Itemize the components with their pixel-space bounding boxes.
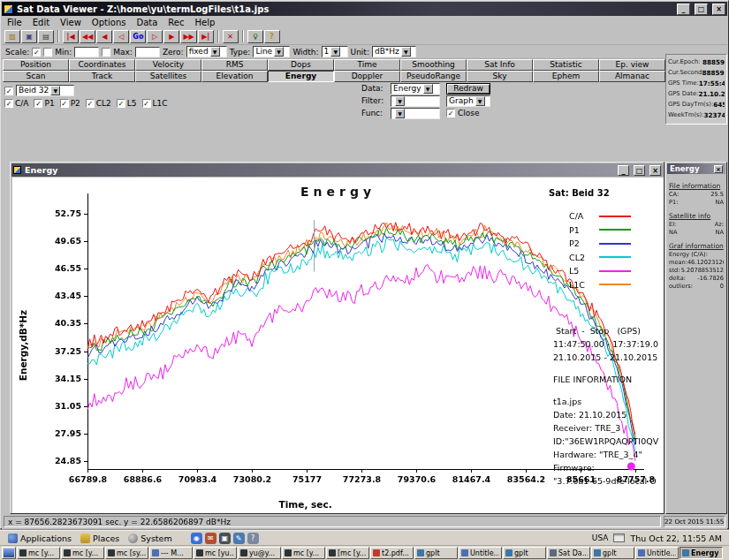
energy-titlebar[interactable]: Energy _ □ × bbox=[11, 163, 663, 177]
side-section-header-file-information[interactable]: File information bbox=[669, 182, 724, 190]
terminal-launcher-icon[interactable]: ▣ bbox=[219, 533, 231, 544]
chevron-down-icon[interactable]: ▼ bbox=[274, 47, 284, 57]
jump-end-icon[interactable]: ▶| bbox=[198, 30, 214, 43]
chevron-down-icon[interactable]: ▼ bbox=[330, 47, 340, 57]
fast-forward-icon[interactable]: ▶▶ bbox=[180, 30, 196, 43]
tab-sky[interactable]: Sky bbox=[467, 71, 533, 82]
main-titlebar[interactable]: Sat Data Viewer - Z:\home\yu\termLogFile… bbox=[2, 2, 727, 16]
clock[interactable]: Thu Oct 22, 11:55 AM bbox=[630, 534, 722, 543]
max-checkbox[interactable] bbox=[102, 48, 110, 57]
tab-scan[interactable]: Scan bbox=[3, 71, 69, 82]
help-icon[interactable]: ? bbox=[264, 30, 280, 43]
chevron-down-icon[interactable]: ▼ bbox=[475, 96, 485, 106]
taskbar-button-mc-yu[interactable]: mc [yu... bbox=[194, 547, 237, 559]
graph-select[interactable]: Graph▼ bbox=[446, 95, 490, 107]
side-section-header-satellite-info[interactable]: Satellite info bbox=[669, 212, 724, 220]
signal-checkbox-p1[interactable]: ✓ bbox=[34, 99, 42, 108]
tab-pseudorange[interactable]: PseudoRange bbox=[400, 71, 467, 82]
type-select[interactable]: Line▼ bbox=[253, 46, 290, 57]
width-select[interactable]: 1▼ bbox=[322, 46, 348, 57]
antenna-icon[interactable]: ♀ bbox=[247, 30, 263, 43]
taskbar-button-gplt[interactable]: gplt bbox=[414, 547, 458, 559]
back-icon[interactable]: ◀ bbox=[96, 30, 112, 43]
maximize-button[interactable]: □ bbox=[634, 165, 645, 176]
taskbar-button-mc-y[interactable]: mc [y... bbox=[61, 547, 104, 559]
save-icon[interactable]: ▣ bbox=[21, 30, 37, 43]
menu-help[interactable]: Help bbox=[189, 17, 220, 28]
step-forward-icon[interactable]: ▷ bbox=[147, 30, 163, 43]
taskbar-button-untitle[interactable]: Untitle... bbox=[459, 547, 502, 559]
fast-back-icon[interactable]: ◀◀ bbox=[80, 30, 95, 43]
tab-ephem[interactable]: Ephem bbox=[533, 71, 599, 82]
chevron-down-icon[interactable]: ▼ bbox=[50, 86, 60, 95]
tab-satellites[interactable]: Satellites bbox=[135, 71, 201, 82]
panel-menu-applications[interactable]: Applications bbox=[4, 532, 76, 545]
mail-launcher-icon[interactable]: ✉ bbox=[205, 533, 216, 544]
keyboard-layout-indicator[interactable]: USA bbox=[592, 534, 609, 542]
taskbar-button-gplt[interactable]: gplt bbox=[591, 547, 634, 559]
signal-checkbox-l5[interactable]: ✓ bbox=[117, 99, 125, 108]
maximize-button[interactable]: □ bbox=[695, 4, 708, 15]
jump-start-icon[interactable]: |◀ bbox=[63, 30, 79, 43]
auto-checkbox[interactable] bbox=[43, 48, 52, 57]
taskbar-button-mc-y[interactable]: mc [y... bbox=[17, 547, 60, 559]
tab-doppler[interactable]: Doppler bbox=[334, 71, 400, 82]
menu-view[interactable]: View bbox=[55, 17, 87, 28]
taskbar-button-m[interactable]: --- M... bbox=[149, 547, 193, 559]
keyboard-icon[interactable] bbox=[613, 534, 625, 542]
tab-ep-view[interactable]: Ep. view bbox=[599, 59, 665, 71]
forward-icon[interactable]: ▶ bbox=[163, 30, 179, 43]
tab-time[interactable]: Time bbox=[334, 59, 400, 71]
side-section-header-graf-information[interactable]: Graf information bbox=[669, 242, 724, 250]
print-icon[interactable]: ▤ bbox=[38, 30, 54, 43]
tab-almanac[interactable]: Almanac bbox=[599, 71, 665, 82]
taskbar-button-energy[interactable]: Energy bbox=[680, 547, 723, 559]
scale-checkbox[interactable]: ✓ bbox=[32, 48, 41, 57]
close-button[interactable]: × bbox=[712, 4, 725, 15]
satellite-select[interactable]: Beid 32 ▼ bbox=[16, 85, 74, 96]
menu-rec[interactable]: Rec bbox=[163, 17, 189, 28]
tab-dops[interactable]: Dops bbox=[268, 59, 334, 71]
tab-coordinates[interactable]: Coordinates bbox=[69, 59, 135, 71]
open-file-icon[interactable]: ▨ bbox=[4, 30, 20, 43]
chevron-down-icon[interactable]: ▼ bbox=[401, 47, 411, 57]
close-checkbox[interactable]: ✓ bbox=[446, 109, 455, 117]
side-panel-titlebar[interactable]: Energy × bbox=[667, 163, 725, 174]
tab-rms[interactable]: RMS bbox=[201, 59, 268, 71]
taskbar-button-untitle[interactable]: Untitle... bbox=[635, 547, 679, 559]
tab-velocity[interactable]: Velocity bbox=[135, 59, 201, 71]
panel-menu-system[interactable]: System bbox=[124, 532, 176, 545]
signal-checkbox-c-a[interactable]: ✓ bbox=[4, 99, 13, 108]
tab-statistic[interactable]: Statistic bbox=[533, 59, 599, 71]
zero-select[interactable]: fixed▼ bbox=[186, 46, 227, 57]
tab-smoothing[interactable]: Smoothing bbox=[400, 59, 467, 71]
unit-select[interactable]: dB*Hz▼ bbox=[372, 46, 416, 57]
chevron-down-icon[interactable]: ▼ bbox=[395, 109, 405, 118]
menu-edit[interactable]: Edit bbox=[27, 17, 55, 28]
panel-menu-places[interactable]: Places bbox=[76, 532, 124, 545]
show-desktop-button[interactable] bbox=[2, 547, 16, 559]
menu-file[interactable]: File bbox=[2, 17, 27, 28]
satellite-checkbox[interactable]: ✓ bbox=[4, 87, 13, 95]
data-select[interactable]: Energy▼ bbox=[391, 83, 440, 95]
max-input[interactable] bbox=[135, 47, 160, 57]
minimize-button[interactable]: _ bbox=[618, 165, 629, 176]
signal-checkbox-l1c[interactable]: ✓ bbox=[142, 99, 151, 108]
filter-select[interactable]: ▼ bbox=[391, 95, 440, 107]
chevron-down-icon[interactable]: ▼ bbox=[423, 84, 433, 94]
tab-sat-info[interactable]: Sat Info bbox=[467, 59, 533, 71]
minimize-button[interactable]: _ bbox=[677, 4, 690, 15]
stop-icon[interactable]: ✕ bbox=[223, 30, 239, 43]
menu-data[interactable]: Data bbox=[131, 17, 163, 28]
signal-checkbox-p2[interactable]: ✓ bbox=[60, 99, 69, 108]
taskbar-button-mc-y[interactable]: mc [y... bbox=[282, 547, 325, 559]
min-input[interactable] bbox=[74, 47, 99, 57]
help-launcher-icon[interactable]: ? bbox=[247, 533, 259, 544]
taskbar-button-gplt[interactable]: gplt bbox=[503, 547, 546, 559]
tab-energy[interactable]: Energy bbox=[268, 71, 334, 82]
redraw-button[interactable]: Redraw bbox=[446, 83, 490, 95]
menu-options[interactable]: Options bbox=[87, 17, 132, 28]
taskbar-button-mc-sy[interactable]: mc [sy... bbox=[105, 547, 148, 559]
editor-launcher-icon[interactable]: ✎ bbox=[233, 533, 245, 544]
taskbar-button-mc-y[interactable]: [mc [y... bbox=[326, 547, 369, 559]
